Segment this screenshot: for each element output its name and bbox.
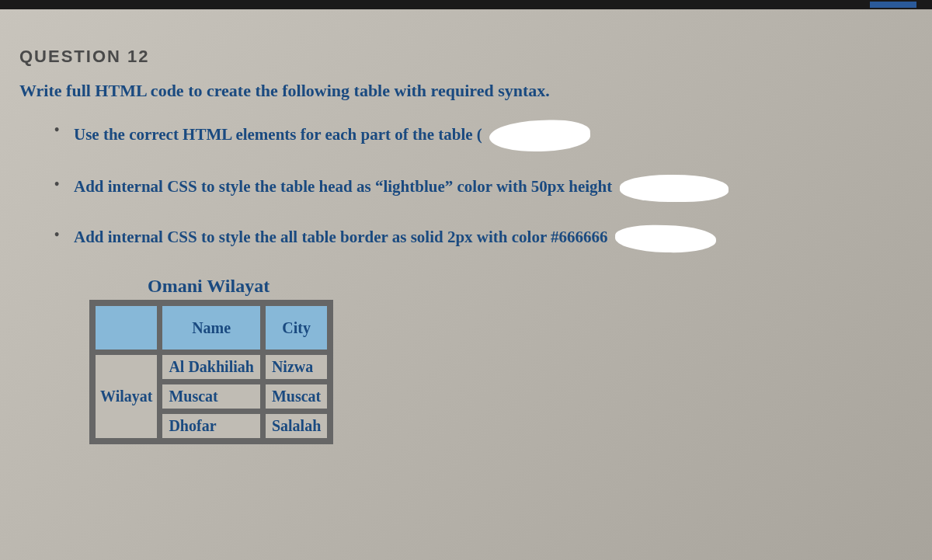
instruction-list: Use the correct HTML elements for each p… [19, 120, 913, 252]
table-row: Wilayat Al Dakhiliah Nizwa [94, 353, 329, 381]
question-number: QUESTION 12 [19, 47, 913, 67]
instruction-item: Add internal CSS to style the table head… [58, 175, 913, 202]
table-header-name: Name [161, 304, 261, 351]
table-row-header: Wilayat [94, 353, 158, 440]
instruction-item: Add internal CSS to style the all table … [58, 225, 913, 252]
table-header-city: City [264, 304, 329, 351]
table-cell-name: Muscat [161, 383, 261, 410]
instruction-item: Use the correct HTML elements for each p… [58, 120, 913, 151]
redaction-mark [620, 175, 729, 202]
table-caption: Omani Wilayat [89, 276, 913, 297]
table-cell-name: Dhofar [161, 412, 261, 440]
table-cell-name: Al Dakhiliah [161, 353, 261, 381]
sample-table-section: Omani Wilayat Name City Wilayat Al Dakhi… [89, 276, 913, 444]
instruction-text: Use the correct HTML elements for each p… [74, 125, 482, 144]
instruction-text: Add internal CSS to style the all table … [74, 228, 608, 246]
table-body: Wilayat Al Dakhiliah Nizwa Muscat Muscat… [94, 353, 329, 440]
document-content: QUESTION 12 Write full HTML code to crea… [0, 23, 932, 468]
window-top-accent [870, 2, 916, 8]
redaction-mark [615, 224, 717, 253]
table-cell-city: Salalah [264, 412, 329, 440]
table-header-row: Name City [94, 304, 329, 351]
instruction-text: Add internal CSS to style the table head… [74, 177, 612, 196]
table-head: Name City [94, 304, 329, 351]
redaction-mark [489, 119, 590, 154]
table-cell-city: Muscat [264, 383, 329, 410]
window-top-border [0, 0, 932, 9]
table-header-empty [94, 304, 158, 351]
sample-table: Name City Wilayat Al Dakhiliah Nizwa Mus… [89, 300, 333, 444]
table-cell-city: Nizwa [264, 353, 329, 381]
question-prompt: Write full HTML code to create the follo… [19, 81, 913, 101]
